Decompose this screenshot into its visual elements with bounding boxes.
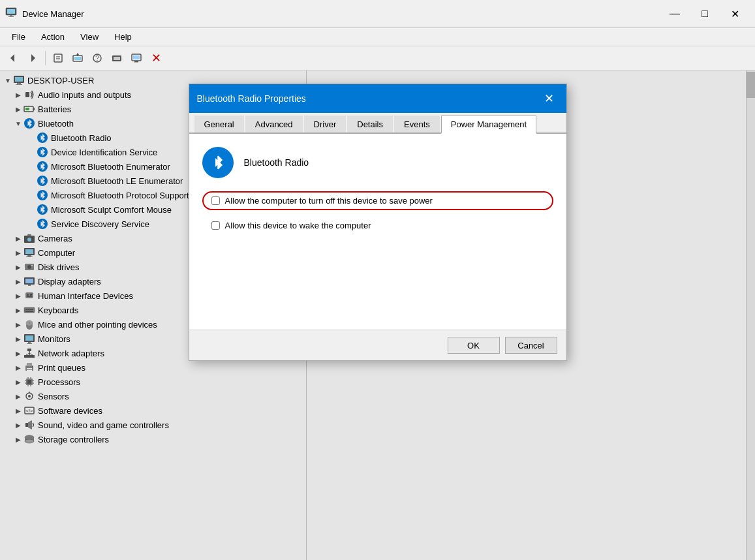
menu-action[interactable]: Action <box>35 29 71 44</box>
allow-turn-off-row: Allow the computer to turn off this devi… <box>202 191 553 210</box>
update-driver-button[interactable] <box>69 49 87 67</box>
svg-rect-18 <box>133 55 140 59</box>
dialog-close-button[interactable]: ✕ <box>540 89 559 108</box>
back-button[interactable] <box>4 49 22 67</box>
tab-power-management[interactable]: Power Management <box>441 116 536 134</box>
tab-advanced[interactable]: Advanced <box>245 116 303 132</box>
svg-rect-16 <box>114 57 120 60</box>
allow-wake-row: Allow this device to wake the computer <box>205 217 553 234</box>
app-title: Device Manager <box>22 9 84 19</box>
forward-button[interactable] <box>23 49 42 67</box>
properties-button[interactable] <box>49 49 67 67</box>
cancel-button[interactable]: Cancel <box>505 337 557 354</box>
device-header: Bluetooth Radio <box>202 147 553 178</box>
svg-rect-19 <box>134 61 138 63</box>
svg-rect-3 <box>8 16 14 17</box>
dialog-title: Bluetooth Radio Properties <box>197 93 306 104</box>
device-name: Bluetooth Radio <box>244 157 309 168</box>
ok-button[interactable]: OK <box>448 337 500 354</box>
app-icon <box>5 7 17 21</box>
toolbar-separator-1 <box>45 51 46 65</box>
dialog-footer: OK Cancel <box>189 330 566 360</box>
menu-view[interactable]: View <box>74 29 105 44</box>
allow-turn-off-label[interactable]: Allow the computer to turn off this devi… <box>225 196 433 206</box>
svg-rect-2 <box>10 15 12 16</box>
tab-driver[interactable]: Driver <box>304 116 347 132</box>
bluetooth-properties-dialog: Bluetooth Radio Properties ✕ General Adv… <box>189 84 567 361</box>
svg-rect-10 <box>74 57 81 60</box>
allow-turn-off-checkbox[interactable] <box>211 196 220 205</box>
menu-file[interactable]: File <box>5 29 32 44</box>
menu-bar: File Action View Help <box>0 28 755 46</box>
help-button[interactable]: ? <box>88 49 106 67</box>
svg-rect-1 <box>7 9 15 14</box>
svg-text:?: ? <box>95 55 99 62</box>
dialog-titlebar: Bluetooth Radio Properties ✕ <box>189 84 566 113</box>
device-bluetooth-icon <box>202 147 234 178</box>
dialog-tab-bar: General Advanced Driver Details Events P… <box>189 113 566 134</box>
uninstall-button[interactable]: ✕ <box>147 49 165 67</box>
scan-button[interactable] <box>127 49 146 67</box>
main-area: ▼DESKTOP-USER▶Audio inputs and outputs▶B… <box>0 70 755 560</box>
maximize-button[interactable]: □ <box>690 4 720 23</box>
menu-help[interactable]: Help <box>108 29 138 44</box>
allow-wake-label[interactable]: Allow this device to wake the computer <box>225 221 371 230</box>
dialog-content: Bluetooth Radio Allow the computer to tu… <box>189 134 566 330</box>
tab-events[interactable]: Events <box>394 116 440 132</box>
minimize-button[interactable]: — <box>660 4 690 23</box>
toolbar: ? ✕ <box>0 46 755 70</box>
close-button[interactable]: ✕ <box>720 4 750 23</box>
allow-wake-checkbox[interactable] <box>211 221 220 230</box>
dialog-overlay: Bluetooth Radio Properties ✕ General Adv… <box>0 70 755 560</box>
svg-marker-5 <box>31 54 35 62</box>
disable-button[interactable] <box>108 49 126 67</box>
title-bar: Device Manager — □ ✕ <box>0 0 755 28</box>
svg-marker-12 <box>76 53 79 55</box>
window-controls: — □ ✕ <box>660 4 750 23</box>
svg-marker-4 <box>10 54 14 62</box>
tab-details[interactable]: Details <box>347 116 393 132</box>
tab-general[interactable]: General <box>194 116 244 132</box>
svg-rect-6 <box>54 54 62 62</box>
